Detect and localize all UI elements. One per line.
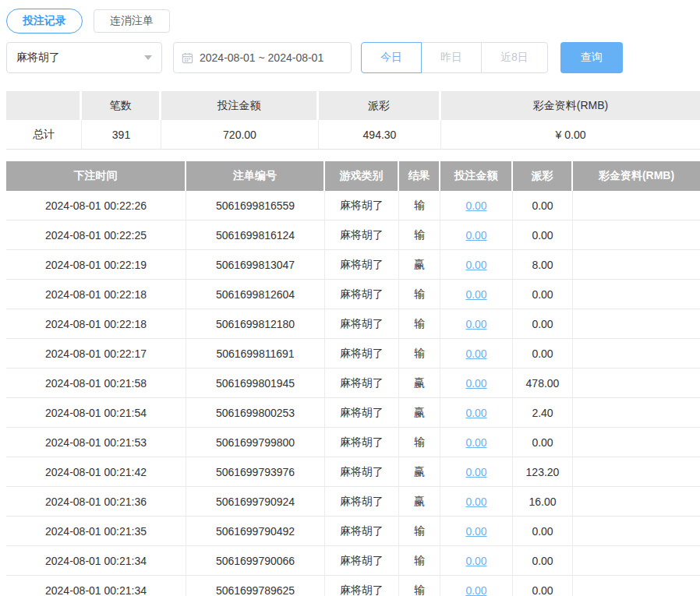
order-id-cell: 5061699811691: [186, 339, 325, 368]
bet-amount-cell: 0.00: [440, 487, 513, 516]
bet-amount-link[interactable]: 0.00: [465, 377, 486, 390]
game-type-cell: 麻将胡了: [325, 428, 399, 457]
payout-cell: 0.00: [513, 220, 573, 249]
bet-table: 下注时间 注单编号 游戏类别 结果 投注金额 派彩 彩金资料(RMB) 2024…: [6, 161, 700, 596]
bet-time-cell: 2024-08-01 00:22:25: [6, 220, 186, 249]
bet-amount-link[interactable]: 0.00: [465, 466, 486, 478]
bonus-cell: [573, 517, 700, 545]
summary-total-row: 总计 391 720.00 494.30 ¥ 0.00: [6, 120, 700, 150]
summary-total-count: 391: [82, 120, 161, 149]
quick-date-button-group: 今日 昨日 近8日: [361, 42, 548, 73]
result-cell: 输: [399, 220, 440, 249]
bonus-cell: [573, 309, 700, 338]
bonus-cell: [573, 576, 700, 596]
bonus-cell: [573, 280, 700, 309]
table-row: 2024-08-01 00:22:255061699816124麻将胡了输0.0…: [6, 220, 700, 250]
game-select[interactable]: 麻将胡了: [6, 42, 162, 73]
bet-time-cell: 2024-08-01 00:22:18: [6, 280, 186, 309]
result-cell: 赢: [399, 398, 440, 427]
payout-cell: 0.00: [513, 428, 573, 457]
table-row: 2024-08-01 00:21:365061699790924麻将胡了赢0.0…: [6, 487, 700, 517]
date-range-picker[interactable]: 2024-08-01 ~ 2024-08-01: [173, 42, 352, 73]
result-cell: 赢: [399, 369, 440, 397]
summary-table: 笔数 投注金额 派彩 彩金资料(RMB) 总计 391 720.00 494.3…: [6, 91, 700, 150]
order-id-cell: 5061699800253: [186, 398, 325, 427]
table-row: 2024-08-01 00:22:175061699811691麻将胡了输0.0…: [6, 339, 700, 369]
tab-bet-records[interactable]: 投注记录: [6, 9, 83, 34]
bet-amount-link[interactable]: 0.00: [465, 525, 486, 538]
bet-table-body: 2024-08-01 00:22:265061699816559麻将胡了输0.0…: [6, 191, 700, 596]
order-id-cell: 5061699790924: [186, 487, 325, 516]
payout-cell: 0.00: [513, 576, 573, 596]
result-cell: 输: [399, 517, 440, 545]
summary-total-bet-amount: 720.00: [161, 120, 319, 149]
table-row: 2024-08-01 00:22:195061699813047麻将胡了赢0.0…: [6, 250, 700, 280]
bet-amount-cell: 0.00: [440, 220, 513, 249]
today-button[interactable]: 今日: [361, 42, 422, 73]
bet-amount-link[interactable]: 0.00: [465, 229, 486, 242]
bet-amount-cell: 0.00: [440, 369, 513, 397]
header-bet-amount: 投注金额: [440, 161, 513, 191]
table-row: 2024-08-01 00:21:345061699790066麻将胡了输0.0…: [6, 546, 700, 576]
tab-cancelled-bets[interactable]: 连消注单: [94, 9, 170, 33]
game-type-cell: 麻将胡了: [325, 191, 399, 220]
bet-amount-link[interactable]: 0.00: [465, 318, 486, 330]
bet-time-cell: 2024-08-01 00:22:18: [6, 309, 186, 338]
bet-time-cell: 2024-08-01 00:21:34: [6, 546, 186, 575]
header-bet-time: 下注时间: [6, 161, 186, 191]
date-range-value: 2024-08-01 ~ 2024-08-01: [200, 51, 323, 64]
summary-total-label: 总计: [6, 120, 82, 149]
game-type-cell: 麻将胡了: [325, 576, 399, 596]
table-row: 2024-08-01 00:21:545061699800253麻将胡了赢0.0…: [6, 398, 700, 428]
bet-amount-link[interactable]: 0.00: [465, 288, 486, 301]
bonus-cell: [573, 487, 700, 516]
game-type-cell: 麻将胡了: [325, 250, 399, 279]
bet-amount-link[interactable]: 0.00: [465, 584, 486, 596]
summary-header-row: 笔数 投注金额 派彩 彩金资料(RMB): [6, 91, 700, 120]
table-row: 2024-08-01 00:21:425061699793976麻将胡了赢0.0…: [6, 457, 700, 487]
game-type-cell: 麻将胡了: [325, 369, 399, 397]
payout-cell: 16.00: [513, 487, 573, 516]
header-result: 结果: [399, 161, 440, 191]
yesterday-button[interactable]: 昨日: [421, 42, 482, 73]
bet-time-cell: 2024-08-01 00:21:54: [6, 398, 186, 427]
bonus-cell: [573, 339, 700, 368]
search-button[interactable]: 查询: [560, 42, 623, 73]
bonus-cell: [573, 398, 700, 427]
order-id-cell: 5061699812180: [186, 309, 325, 338]
bet-amount-link[interactable]: 0.00: [465, 199, 486, 212]
summary-header-bonus: 彩金资料(RMB): [441, 91, 700, 120]
bet-amount-link[interactable]: 0.00: [465, 407, 486, 419]
order-id-cell: 5061699790066: [186, 546, 325, 575]
bet-amount-cell: 0.00: [440, 398, 513, 427]
bonus-cell: [573, 428, 700, 457]
bonus-cell: [573, 220, 700, 249]
game-select-value: 麻将胡了: [16, 51, 60, 65]
bet-amount-link[interactable]: 0.00: [465, 347, 486, 360]
bet-time-cell: 2024-08-01 00:21:34: [6, 576, 186, 596]
summary-header-bet-amount: 投注金额: [161, 91, 319, 120]
game-type-cell: 麻将胡了: [325, 220, 399, 249]
order-id-cell: 5061699816559: [186, 191, 325, 220]
bet-amount-link[interactable]: 0.00: [465, 555, 486, 567]
result-cell: 输: [399, 339, 440, 368]
bet-amount-link[interactable]: 0.00: [465, 495, 486, 508]
bet-amount-cell: 0.00: [440, 250, 513, 279]
bet-amount-link[interactable]: 0.00: [465, 436, 486, 449]
game-type-cell: 麻将胡了: [325, 517, 399, 545]
bonus-cell: [573, 250, 700, 279]
calendar-icon: [182, 52, 193, 64]
order-id-cell: 5061699813047: [186, 250, 325, 279]
result-cell: 输: [399, 428, 440, 457]
last-8-days-button[interactable]: 近8日: [481, 42, 548, 73]
payout-cell: 2.40: [513, 398, 573, 427]
bet-amount-link[interactable]: 0.00: [465, 259, 486, 271]
bet-amount-cell: 0.00: [440, 546, 513, 575]
order-id-cell: 5061699793976: [186, 457, 325, 486]
payout-cell: 0.00: [513, 280, 573, 309]
order-id-cell: 5061699799800: [186, 428, 325, 457]
table-row: 2024-08-01 00:21:355061699790492麻将胡了输0.0…: [6, 517, 700, 546]
bet-time-cell: 2024-08-01 00:21:35: [6, 517, 186, 545]
header-payout: 派彩: [513, 161, 573, 191]
game-type-cell: 麻将胡了: [325, 457, 399, 486]
